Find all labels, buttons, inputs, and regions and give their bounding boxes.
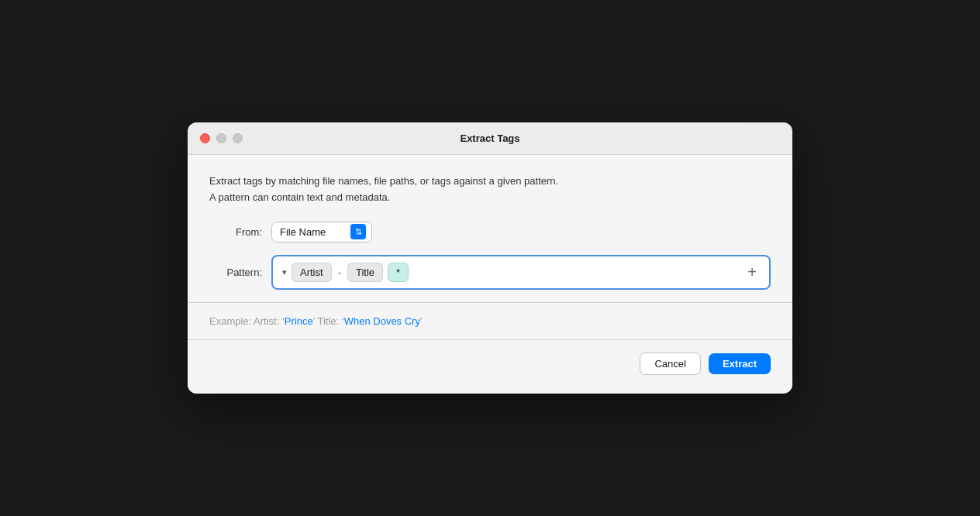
close-button[interactable]: [200, 133, 210, 143]
maximize-button[interactable]: [233, 133, 243, 143]
example-title-close: ’: [420, 315, 423, 327]
dialog-content: Extract tags by matching file names, fil…: [188, 155, 792, 394]
artist-tag-pill[interactable]: Artist: [292, 263, 332, 282]
from-label: From:: [209, 226, 271, 238]
pattern-row: Pattern: ▾ Artist - Title * +: [209, 255, 771, 290]
example-title-value: When Doves Cry: [344, 315, 420, 327]
from-select[interactable]: File Name File Path Tag: [271, 222, 372, 243]
add-tag-button[interactable]: +: [744, 264, 760, 280]
pattern-chevron-icon[interactable]: ▾: [282, 267, 287, 277]
window-title: Extract Tags: [460, 132, 519, 144]
example-artist-close: ’ Title: ‘: [313, 315, 344, 327]
description-text: Extract tags by matching file names, fil…: [209, 174, 771, 206]
titlebar: Extract Tags: [188, 122, 792, 155]
title-tag-pill[interactable]: Title: [347, 263, 383, 282]
example-label: Example:: [209, 315, 251, 327]
extract-button[interactable]: Extract: [709, 353, 771, 374]
example-artist-value: Prince: [285, 315, 313, 327]
minimize-button[interactable]: [216, 133, 226, 143]
example-artist-label: Artist: ‘: [254, 315, 285, 327]
description-line1: Extract tags by matching file names, fil…: [209, 174, 771, 190]
example-section: Example: Artist: ‘Prince’ Title: ‘When D…: [209, 303, 771, 339]
from-row: From: File Name File Path Tag ⇅: [209, 222, 771, 243]
wildcard-pill[interactable]: *: [388, 263, 409, 282]
dialog-window: Extract Tags Extract tags by matching fi…: [188, 122, 792, 394]
traffic-lights: [200, 133, 243, 143]
separator-text: -: [336, 267, 343, 278]
pattern-input-area[interactable]: ▾ Artist - Title * +: [271, 255, 771, 290]
buttons-section: Cancel Extract: [188, 339, 792, 375]
description-line2: A pattern can contain text and metadata.: [209, 190, 771, 206]
pattern-label: Pattern:: [209, 267, 271, 278]
from-select-wrapper[interactable]: File Name File Path Tag ⇅: [271, 222, 372, 243]
cancel-button[interactable]: Cancel: [640, 353, 700, 375]
